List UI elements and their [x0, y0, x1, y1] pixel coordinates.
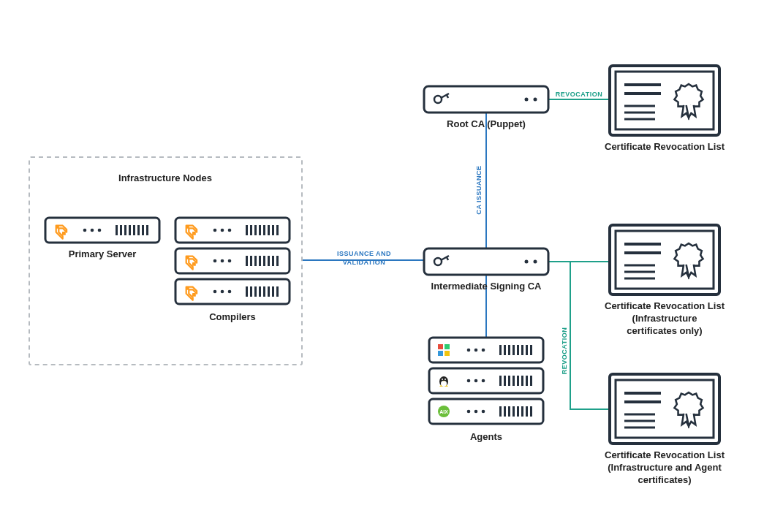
linux-icon: [439, 376, 448, 387]
intermediate-ca-node: [424, 248, 548, 275]
crl1-label: Certificate Revocation List: [605, 141, 725, 152]
crl3-label-l2: (Infrastructure and Agent: [608, 462, 722, 473]
root-ca-label: Root CA (Puppet): [447, 118, 526, 129]
agents-node: [429, 338, 543, 424]
primary-server-label: Primary Server: [69, 248, 137, 259]
crl2-label-l3: certificates only): [627, 325, 702, 336]
edge-intca-crl3: [570, 262, 610, 409]
agents-label: Agents: [470, 431, 502, 442]
edge-label-revocation1: REVOCATION: [556, 91, 602, 98]
primary-server-node: [45, 218, 159, 243]
crl3-node: [610, 374, 719, 444]
crl2-label-l1: Certificate Revocation List: [605, 300, 725, 311]
crl3-label-l1: Certificate Revocation List: [605, 449, 725, 460]
crl1-node: [610, 66, 719, 135]
crl2-label-l2: (Infrastructure: [632, 313, 697, 324]
edge-label-caissuance: CA ISSUANCE: [475, 165, 483, 214]
compilers-node: [175, 218, 290, 304]
edge-label-issuance2: VALIDATION: [343, 259, 386, 266]
infra-group-title: Infrastructure Nodes: [118, 172, 212, 183]
aix-icon: [438, 406, 450, 417]
compilers-label: Compilers: [209, 311, 256, 322]
intermediate-ca-label: Intermediate Signing CA: [431, 281, 542, 292]
crl2-node: [610, 225, 719, 294]
root-ca-node: [424, 86, 548, 113]
edge-label-revocation2: REVOCATION: [561, 327, 568, 374]
crl3-label-l3: certificates): [638, 474, 692, 485]
edge-label-issuance1: ISSUANCE AND: [337, 250, 391, 257]
